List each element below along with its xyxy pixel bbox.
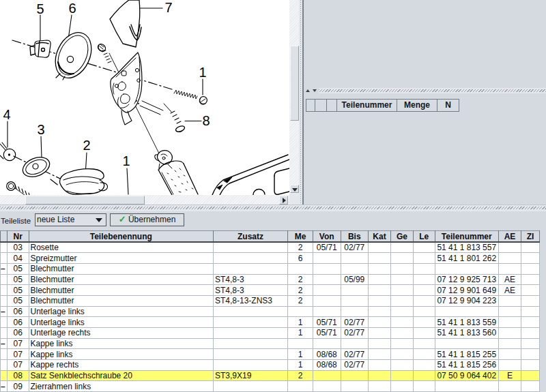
svg-text:2: 2 [83,138,90,153]
svg-text:7: 7 [164,0,172,15]
svg-text:5: 5 [36,1,44,16]
svg-text:4: 4 [3,107,10,122]
svg-text:3: 3 [37,122,44,137]
svg-text:1: 1 [122,153,130,168]
svg-text:6: 6 [68,1,76,16]
svg-text:1: 1 [199,65,206,80]
svg-text:8: 8 [202,113,210,128]
